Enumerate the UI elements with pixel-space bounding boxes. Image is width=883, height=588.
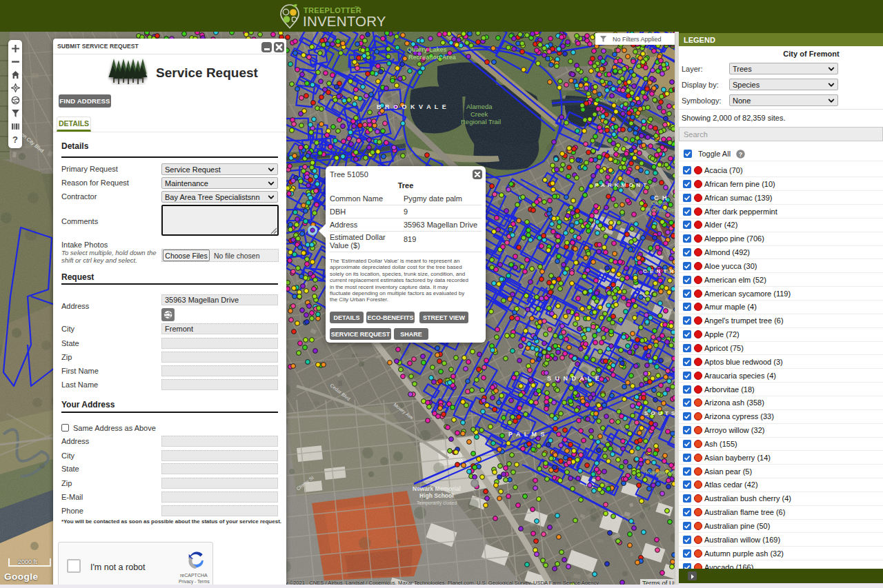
svg-text:C E N T R A L D I S T R I: C E N T R A L D I S T R I [643, 268, 679, 274]
svg-text:?: ? [739, 150, 743, 157]
svg-text:B R O O K V A L E: B R O O K V A L E [377, 103, 447, 110]
svg-text:Country Club: Country Club [599, 97, 631, 103]
svg-text:Newark Memorial: Newark Memorial [413, 485, 461, 492]
svg-text:S O U T S U N D: S O U T S U N D [644, 410, 679, 416]
svg-text:Regional Trail: Regional Trail [461, 118, 501, 125]
svg-text:Califor: Califor [651, 200, 667, 206]
svg-text:Irvington High Sch: Irvington High Sch [646, 469, 679, 476]
svg-text:Recreation Area: Recreation Area [408, 54, 457, 61]
svg-text:Alameda: Alameda [466, 103, 493, 110]
svg-text:High School: High School [419, 492, 454, 499]
svg-text:P A L M S: P A L M S [508, 431, 546, 438]
svg-text:Creek: Creek [470, 110, 488, 118]
svg-text:INVENTORY: INVENTORY [303, 13, 386, 29]
svg-text:Temporarily closed: Temporarily closed [417, 500, 457, 506]
svg-text:Quarry Lakes: Quarry Lakes [407, 46, 447, 53]
svg-text:For the De: For the De [648, 207, 675, 213]
svg-text:TM: TM [355, 6, 359, 10]
svg-text:P A R K M O N T: P A R K M O N T [595, 182, 647, 188]
svg-text:S U N D A L E: S U N D A L E [547, 375, 600, 382]
